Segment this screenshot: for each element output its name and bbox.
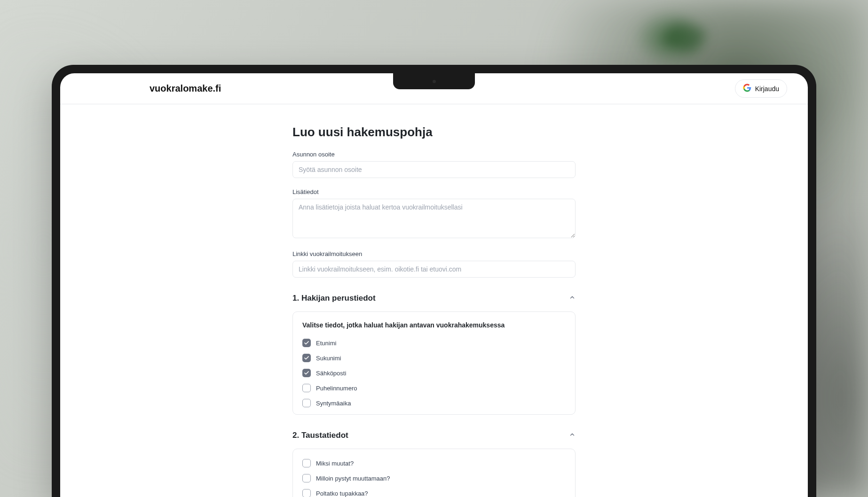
laptop-frame: vuokralomake.fi Kirjaudu Luo uusi hakemu… (52, 65, 816, 497)
extra-textarea[interactable] (292, 199, 576, 238)
link-label: Linkki vuokrailmoitukseen (292, 250, 576, 257)
screen: vuokralomake.fi Kirjaudu Luo uusi hakemu… (60, 73, 808, 497)
field-link: Linkki vuokrailmoitukseen (292, 250, 576, 278)
checkbox-row: Puhelinnumero (302, 381, 566, 396)
checkbox-row: Miksi muutat? (302, 456, 566, 471)
field-extra: Lisätiedot (292, 188, 576, 240)
brand-logo: vuokralomake.fi (150, 83, 221, 94)
panel-basic: Valitse tiedot, jotka haluat hakijan ant… (292, 311, 576, 415)
checkbox-label: Syntymäaika (316, 400, 351, 407)
checkbox-label: Puhelinnumero (316, 385, 357, 392)
checkbox-milloin-muuttamaan[interactable] (302, 474, 311, 482)
checkbox-label: Etunimi (316, 340, 336, 347)
section-title-background: 2. Taustatiedot (292, 431, 348, 440)
checkbox-syntymaaika[interactable] (302, 399, 311, 407)
panel-background: Miksi muutat? Milloin pystyt muuttamaan?… (292, 449, 576, 497)
extra-label: Lisätiedot (292, 188, 576, 195)
main-content: Luo uusi hakemuspohja Asunnon osoite Lis… (60, 104, 808, 497)
checkbox-label: Sähköposti (316, 370, 346, 377)
chevron-up-icon (569, 431, 576, 440)
address-label: Asunnon osoite (292, 151, 576, 158)
checkbox-miksi-muutat[interactable] (302, 459, 311, 467)
checkbox-row: Milloin pystyt muuttamaan? (302, 471, 566, 486)
page-title: Luo uusi hakemuspohja (292, 125, 576, 140)
checkbox-sahkoposti[interactable] (302, 369, 311, 377)
checkbox-row: Poltatko tupakkaa? (302, 486, 566, 497)
login-button[interactable]: Kirjaudu (735, 79, 787, 98)
section-title-basic: 1. Hakijan perustiedot (292, 294, 376, 303)
checkbox-row: Sähköposti (302, 365, 566, 381)
section-header-basic[interactable]: 1. Hakijan perustiedot (292, 294, 576, 303)
field-address: Asunnon osoite (292, 151, 576, 178)
checkbox-label: Sukunimi (316, 355, 341, 362)
panel-title-basic: Valitse tiedot, jotka haluat hakijan ant… (302, 321, 566, 329)
form-column: Luo uusi hakemuspohja Asunnon osoite Lis… (292, 125, 576, 497)
laptop-notch (393, 73, 475, 89)
checkbox-label: Milloin pystyt muuttamaan? (316, 475, 390, 482)
link-input[interactable] (292, 261, 576, 278)
checkbox-etunimi[interactable] (302, 339, 311, 347)
checkbox-row: Syntymäaika (302, 396, 566, 411)
checkbox-puhelinnumero[interactable] (302, 384, 311, 392)
section-header-background[interactable]: 2. Taustatiedot (292, 431, 576, 440)
address-input[interactable] (292, 161, 576, 178)
login-label: Kirjaudu (755, 85, 779, 93)
checkbox-label: Poltatko tupakkaa? (316, 490, 368, 497)
checkbox-poltatko-tupakkaa[interactable] (302, 489, 311, 497)
chevron-up-icon (569, 294, 576, 303)
checkbox-sukunimi[interactable] (302, 354, 311, 362)
checkbox-row: Etunimi (302, 335, 566, 350)
google-icon (743, 84, 751, 93)
checkbox-label: Miksi muutat? (316, 460, 354, 467)
checkbox-row: Sukunimi (302, 350, 566, 365)
